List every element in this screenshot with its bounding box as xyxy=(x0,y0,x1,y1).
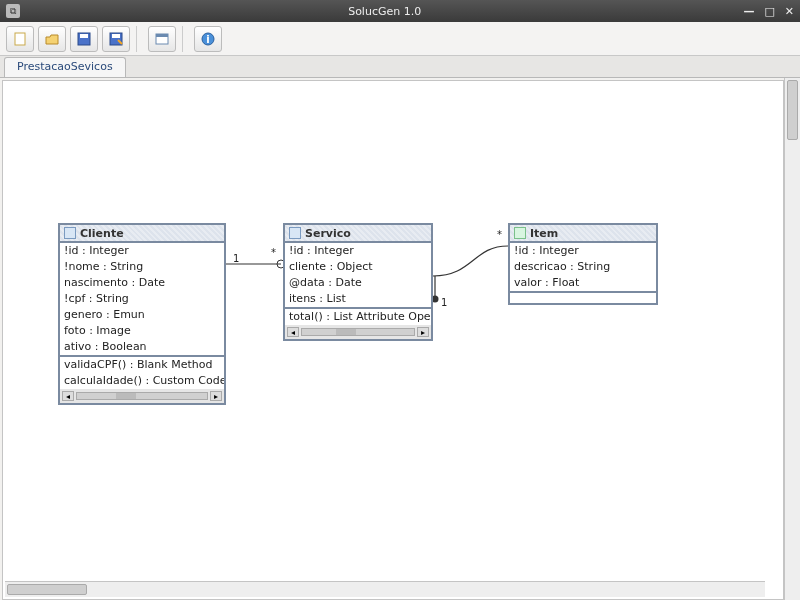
entity-hscroll[interactable]: ◂▸ xyxy=(60,389,224,403)
save-button[interactable] xyxy=(70,26,98,52)
attributes-section: !id : Integer cliente : Object @data : D… xyxy=(285,243,431,309)
maximize-button[interactable]: □ xyxy=(764,5,774,18)
tab-prestacao[interactable]: PrestacaoSevicos xyxy=(4,57,126,77)
attribute-row[interactable]: !id : Integer xyxy=(510,243,656,259)
entity-title: Cliente xyxy=(80,227,124,240)
app-icon: ⧉ xyxy=(6,4,20,18)
info-button[interactable]: i xyxy=(194,26,222,52)
class-icon xyxy=(514,227,526,239)
toolbar-separator xyxy=(182,26,188,52)
attribute-row[interactable]: itens : List xyxy=(285,291,431,307)
toolbar: i xyxy=(0,22,800,56)
operations-section: validaCPF() : Blank Method calculaIdade(… xyxy=(60,357,224,403)
attribute-row[interactable]: !id : Integer xyxy=(285,243,431,259)
svg-rect-6 xyxy=(156,34,168,37)
canvas-hscroll[interactable] xyxy=(5,581,765,597)
attribute-row[interactable]: foto : Image xyxy=(60,323,224,339)
attribute-row[interactable]: !nome : String xyxy=(60,259,224,275)
attribute-row[interactable]: !cpf : String xyxy=(60,291,224,307)
entity-title: Servico xyxy=(305,227,351,240)
toolbar-separator xyxy=(136,26,142,52)
new-button[interactable] xyxy=(6,26,34,52)
entity-hscroll[interactable]: ◂▸ xyxy=(285,325,431,339)
window-title: SolucGen 1.0 xyxy=(26,5,743,18)
minimize-button[interactable]: — xyxy=(743,5,754,18)
entity-item[interactable]: Item !id : Integer descricao : String va… xyxy=(508,223,658,305)
svg-text:i: i xyxy=(206,34,209,45)
multiplicity-label: 1 xyxy=(441,297,447,308)
tab-strip: PrestacaoSevicos xyxy=(0,56,800,78)
operation-row[interactable]: total() : List Attribute Operation xyxy=(285,309,431,325)
operation-row[interactable]: calculaIdade() : Custom Code xyxy=(60,373,224,389)
scroll-right-icon[interactable]: ▸ xyxy=(210,391,222,401)
attributes-section: !id : Integer !nome : String nascimento … xyxy=(60,243,224,357)
svg-rect-4 xyxy=(112,34,120,38)
attributes-section: !id : Integer descricao : String valor :… xyxy=(510,243,656,293)
attribute-row[interactable]: genero : Emun xyxy=(60,307,224,323)
multiplicity-label: 1 xyxy=(233,253,239,264)
operations-section xyxy=(510,293,656,303)
diagram-canvas[interactable]: 1 * 1 * Cliente !id : Integer !nome : St… xyxy=(2,80,784,600)
scroll-right-icon[interactable]: ▸ xyxy=(417,327,429,337)
entity-cliente[interactable]: Cliente !id : Integer !nome : String nas… xyxy=(58,223,226,405)
save-as-button[interactable] xyxy=(102,26,130,52)
window-button[interactable] xyxy=(148,26,176,52)
class-icon xyxy=(289,227,301,239)
canvas-vscroll[interactable] xyxy=(784,78,800,600)
attribute-row[interactable]: !id : Integer xyxy=(60,243,224,259)
entity-title: Item xyxy=(530,227,558,240)
scroll-left-icon[interactable]: ◂ xyxy=(62,391,74,401)
attribute-row[interactable]: valor : Float xyxy=(510,275,656,291)
close-button[interactable]: ✕ xyxy=(785,5,794,18)
operations-section: total() : List Attribute Operation ◂▸ xyxy=(285,309,431,339)
window-titlebar: ⧉ SolucGen 1.0 — □ ✕ xyxy=(0,0,800,22)
operation-row[interactable]: validaCPF() : Blank Method xyxy=(60,357,224,373)
class-icon xyxy=(64,227,76,239)
open-button[interactable] xyxy=(38,26,66,52)
attribute-row[interactable]: ativo : Boolean xyxy=(60,339,224,355)
attribute-row[interactable]: cliente : Object xyxy=(285,259,431,275)
scroll-left-icon[interactable]: ◂ xyxy=(287,327,299,337)
multiplicity-label: * xyxy=(271,247,276,258)
multiplicity-label: * xyxy=(497,229,502,240)
attribute-row[interactable]: nascimento : Date xyxy=(60,275,224,291)
attribute-row[interactable]: descricao : String xyxy=(510,259,656,275)
attribute-row[interactable]: @data : Date xyxy=(285,275,431,291)
svg-rect-0 xyxy=(15,33,25,45)
entity-servico[interactable]: Servico !id : Integer cliente : Object @… xyxy=(283,223,433,341)
svg-rect-2 xyxy=(80,34,88,38)
